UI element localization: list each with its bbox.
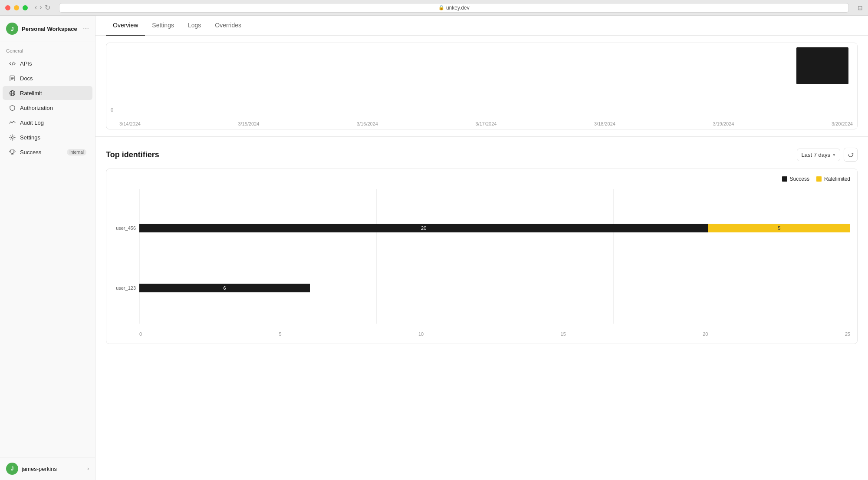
legend-ratelimited-dot — [816, 176, 822, 182]
section-controls: Last 7 days ▾ — [797, 148, 858, 162]
sidebar-header: J Personal Workspace ⋯ — [0, 16, 95, 42]
sidebar-item-apis[interactable]: APIs — [3, 56, 92, 70]
x-label-6: 3/20/2024 — [832, 121, 853, 126]
section-header: Top identifiers Last 7 days ▾ — [106, 148, 858, 162]
url-text: unkey.dev — [446, 5, 470, 11]
minimize-btn[interactable] — [14, 5, 19, 10]
table-row: user_456 20 5 — [139, 224, 850, 232]
main-content: Overview Settings Logs Overrides 0 — [95, 16, 868, 480]
legend-success-label: Success — [790, 176, 809, 182]
browser-chrome: ‹ › ↻ 🔒 unkey.dev ⊟ — [0, 0, 868, 16]
period-label: Last 7 days — [802, 152, 831, 158]
table-row: user_123 6 — [139, 284, 850, 292]
sidebar-item-settings[interactable]: Settings — [3, 130, 92, 144]
success-value-user456: 20 — [421, 225, 426, 231]
sidebar: J Personal Workspace ⋯ General APIs — [0, 16, 95, 480]
row-label-user123: user_123 — [113, 285, 136, 291]
trophy-icon — [9, 149, 16, 156]
chart-x-axis: 3/14/2024 3/15/2024 3/16/2024 3/17/2024 … — [119, 121, 853, 126]
bar-group-user123: 6 — [139, 284, 310, 292]
sidebar-item-authorization[interactable]: Authorization — [3, 101, 92, 115]
chart-y-zero: 0 — [111, 107, 113, 113]
user-chevron-icon[interactable]: › — [87, 466, 89, 472]
period-select[interactable]: Last 7 days ▾ — [797, 149, 841, 161]
refresh-button[interactable] — [844, 148, 858, 162]
refresh-icon — [848, 152, 854, 158]
chart-dark-block — [796, 47, 848, 84]
globe-icon — [9, 89, 16, 96]
user-avatar: J — [6, 463, 18, 475]
shield-icon — [9, 104, 16, 111]
top-identifiers-section: Top identifiers Last 7 days ▾ — [95, 137, 868, 344]
forward-icon[interactable]: › — [39, 3, 42, 12]
reload-icon[interactable]: ↻ — [45, 3, 50, 12]
chart-legend: Success Ratelimited — [113, 176, 850, 182]
tab-overview[interactable]: Overview — [106, 16, 145, 36]
horizontal-bar-chart: user_456 20 5 — [113, 189, 850, 337]
content-area: 0 3/14/2024 3/15/2024 3/16/2024 3/17/202… — [95, 36, 868, 480]
audit-log-label: Audit Log — [20, 119, 44, 126]
ratelimited-value-user456: 5 — [778, 225, 780, 231]
svg-point-3 — [11, 136, 13, 138]
lock-icon: 🔒 — [438, 5, 444, 10]
hchart-x-4: 20 — [703, 331, 708, 337]
chevron-down-icon: ▾ — [833, 152, 835, 158]
hchart-x-2: 10 — [418, 331, 424, 337]
x-label-1: 3/15/2024 — [238, 121, 260, 126]
tabs-bar: Overview Settings Logs Overrides — [95, 16, 868, 36]
hchart-x-axis: 0 5 10 15 20 25 — [139, 331, 850, 337]
success-label: Success — [20, 149, 41, 156]
bar-group-user456: 20 5 — [139, 224, 850, 232]
sidebar-item-docs[interactable]: Docs — [3, 71, 92, 85]
x-label-4: 3/18/2024 — [594, 121, 615, 126]
tab-logs[interactable]: Logs — [181, 16, 208, 36]
sidebar-item-audit-log[interactable]: Audit Log — [3, 116, 92, 129]
x-label-3: 3/17/2024 — [476, 121, 497, 126]
authorization-label: Authorization — [20, 105, 53, 111]
success-bar-user123: 6 — [139, 284, 310, 292]
sidebar-item-ratelimit[interactable]: Ratelimit — [3, 86, 92, 100]
top-chart-section: 0 3/14/2024 3/15/2024 3/16/2024 3/17/202… — [95, 36, 868, 137]
x-label-0: 3/14/2024 — [119, 121, 141, 126]
chart-rows: user_456 20 5 — [139, 189, 850, 324]
sidebar-toggle-icon[interactable]: ⋯ — [83, 25, 89, 32]
hchart-x-1: 5 — [279, 331, 281, 337]
user-info[interactable]: J james-perkins — [6, 463, 57, 475]
user-name: james-perkins — [22, 466, 57, 472]
docs-label: Docs — [20, 75, 33, 82]
app-wrapper: J Personal Workspace ⋯ General APIs — [0, 16, 868, 480]
legend-ratelimited: Ratelimited — [816, 176, 850, 182]
tab-overrides[interactable]: Overrides — [208, 16, 248, 36]
top-chart: 0 3/14/2024 3/15/2024 3/16/2024 3/17/202… — [106, 43, 858, 129]
ratelimited-bar-user456: 5 — [708, 224, 850, 232]
hchart-x-3: 15 — [561, 331, 566, 337]
general-section-label: General — [0, 42, 95, 56]
success-badge: internal — [67, 149, 86, 156]
browser-controls: ⊟ — [858, 4, 863, 11]
hchart-x-5: 25 — [845, 331, 850, 337]
sidebar-item-success[interactable]: Success internal — [3, 145, 92, 159]
activity-icon — [9, 119, 16, 126]
sidebar-footer: J james-perkins › — [0, 457, 95, 480]
hchart-x-0: 0 — [139, 331, 142, 337]
legend-ratelimited-label: Ratelimited — [824, 176, 850, 182]
sidebar-icon[interactable]: ⊟ — [858, 4, 863, 11]
settings-label: Settings — [20, 134, 40, 141]
gear-icon — [9, 134, 16, 141]
book-icon — [9, 75, 16, 82]
section-title: Top identifiers — [106, 150, 159, 159]
legend-success-dot — [782, 176, 787, 182]
row-label-user456: user_456 — [113, 225, 136, 231]
code-icon — [9, 60, 16, 67]
workspace-info: J Personal Workspace — [6, 23, 77, 35]
workspace-name: Personal Workspace — [22, 26, 77, 32]
maximize-btn[interactable] — [23, 5, 28, 10]
bar-chart-container: Success Ratelimited — [106, 169, 858, 344]
back-icon[interactable]: ‹ — [35, 3, 37, 12]
legend-success: Success — [782, 176, 809, 182]
close-btn[interactable] — [5, 5, 10, 10]
success-bar-user456: 20 — [139, 224, 708, 232]
tab-settings[interactable]: Settings — [145, 16, 181, 36]
success-value-user123: 6 — [223, 285, 226, 291]
url-bar[interactable]: 🔒 unkey.dev — [59, 3, 849, 13]
